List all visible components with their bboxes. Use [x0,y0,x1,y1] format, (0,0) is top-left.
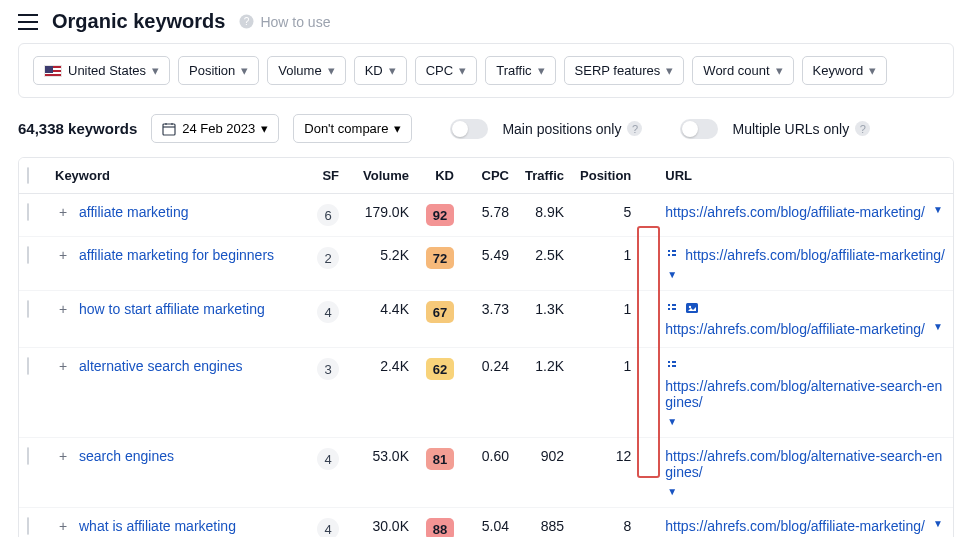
url-link[interactable]: https://ahrefs.com/blog/affiliate-market… [665,204,925,220]
svg-rect-3 [686,303,698,313]
chevron-down-icon: ▾ [459,63,466,78]
page-title: Organic keywords [52,10,225,33]
table-row: + how to start affiliate marketing 4 4.4… [19,291,953,348]
col-url[interactable]: URL [657,158,953,194]
row-checkbox[interactable] [27,300,29,318]
chevron-down-icon: ▾ [261,121,268,136]
expand-icon[interactable]: + [55,518,71,534]
row-checkbox[interactable] [27,203,29,221]
keyword-link[interactable]: search engines [79,448,174,464]
keyword-link[interactable]: affiliate marketing [79,204,188,220]
chevron-down-icon: ▾ [152,63,159,78]
keyword-link[interactable]: alternative search engines [79,358,242,374]
traffic-value: 2.5K [517,237,572,291]
col-volume[interactable]: Volume [347,158,417,194]
expand-icon[interactable]: + [55,247,71,263]
filter-traffic[interactable]: Traffic▾ [485,56,555,85]
expand-icon[interactable]: + [55,301,71,317]
keyword-count: 64,338 keywords [18,120,137,137]
filter-keyword[interactable]: Keyword▾ [802,56,888,85]
volume-value: 30.0K [347,508,417,538]
traffic-value: 902 [517,438,572,508]
sf-badge[interactable]: 4 [317,518,339,537]
cpc-value: 5.04 [462,508,517,538]
sitelinks-icon [665,358,679,372]
table-row: + affiliate marketing 6 179.0K 92 5.78 8… [19,194,953,237]
sitelinks-icon [665,247,679,261]
cpc-value: 3.73 [462,291,517,348]
row-checkbox[interactable] [27,357,29,375]
url-link[interactable]: https://ahrefs.com/blog/alternative-sear… [665,378,945,410]
keywords-table: Keyword SF Volume KD CPC Traffic Positio… [18,157,954,537]
url-dropdown-icon[interactable]: ▼ [933,518,943,529]
main-positions-toggle[interactable] [450,119,488,139]
keyword-link[interactable]: affiliate marketing for beginners [79,247,274,263]
url-dropdown-icon[interactable]: ▼ [667,486,677,497]
sf-badge[interactable]: 4 [317,301,339,323]
kd-badge: 92 [426,204,454,226]
sf-badge[interactable]: 6 [317,204,339,226]
help-icon[interactable]: ? [627,121,642,136]
expand-icon[interactable]: + [55,358,71,374]
traffic-value: 885 [517,508,572,538]
table-row: + affiliate marketing for beginners 2 5.… [19,237,953,291]
cpc-value: 0.60 [462,438,517,508]
kd-badge: 67 [426,301,454,323]
filter-volume[interactable]: Volume▾ [267,56,345,85]
traffic-value: 1.3K [517,291,572,348]
url-link[interactable]: https://ahrefs.com/blog/alternative-sear… [665,448,945,480]
multiple-urls-label: Multiple URLs only ? [732,121,870,137]
chevron-down-icon: ▾ [394,121,401,136]
filter-united-states[interactable]: United States▾ [33,56,170,85]
filter-serp-features[interactable]: SERP features▾ [564,56,685,85]
table-row: + what is affiliate marketing 4 30.0K 88… [19,508,953,538]
expand-icon[interactable]: + [55,448,71,464]
url-link[interactable]: https://ahrefs.com/blog/affiliate-market… [665,321,925,337]
date-picker-button[interactable]: 24 Feb 2023 ▾ [151,114,279,143]
keyword-link[interactable]: what is affiliate marketing [79,518,236,534]
row-checkbox[interactable] [27,447,29,465]
sf-badge[interactable]: 4 [317,448,339,470]
col-kd[interactable]: KD [417,158,462,194]
row-checkbox[interactable] [27,246,29,264]
col-traffic[interactable]: Traffic [517,158,572,194]
compare-button[interactable]: Don't compare ▾ [293,114,412,143]
url-link[interactable]: https://ahrefs.com/blog/affiliate-market… [665,518,925,534]
chevron-down-icon: ▾ [389,63,396,78]
svg-rect-2 [163,124,175,135]
url-dropdown-icon[interactable]: ▼ [667,269,677,280]
url-dropdown-icon[interactable]: ▼ [933,321,943,332]
calendar-icon [162,122,176,136]
multiple-urls-toggle[interactable] [680,119,718,139]
url-dropdown-icon[interactable]: ▼ [933,204,943,215]
keyword-link[interactable]: how to start affiliate marketing [79,301,265,317]
sitelinks-icon [665,301,679,315]
filter-position[interactable]: Position▾ [178,56,259,85]
volume-value: 179.0K [347,194,417,237]
help-icon[interactable]: ? [855,121,870,136]
volume-value: 53.0K [347,438,417,508]
how-to-use-link[interactable]: ? How to use [239,14,330,30]
filters-bar: United States▾Position▾Volume▾KD▾CPC▾Tra… [18,43,954,98]
kd-badge: 88 [426,518,454,537]
filter-cpc[interactable]: CPC▾ [415,56,477,85]
sf-badge[interactable]: 2 [317,247,339,269]
col-position[interactable]: Position [572,158,639,194]
select-all-checkbox[interactable] [27,167,29,184]
hamburger-icon[interactable] [18,14,38,30]
url-dropdown-icon[interactable]: ▼ [667,416,677,427]
chevron-down-icon: ▾ [241,63,248,78]
position-value: 8 [572,508,639,538]
position-value: 1 [572,237,639,291]
col-sf[interactable]: SF [307,158,347,194]
sf-badge[interactable]: 3 [317,358,339,380]
kd-badge: 81 [426,448,454,470]
filter-kd[interactable]: KD▾ [354,56,407,85]
filter-word-count[interactable]: Word count▾ [692,56,793,85]
volume-value: 4.4K [347,291,417,348]
col-cpc[interactable]: CPC [462,158,517,194]
col-keyword[interactable]: Keyword [47,158,307,194]
row-checkbox[interactable] [27,517,29,535]
url-link[interactable]: https://ahrefs.com/blog/affiliate-market… [685,247,945,263]
expand-icon[interactable]: + [55,204,71,220]
